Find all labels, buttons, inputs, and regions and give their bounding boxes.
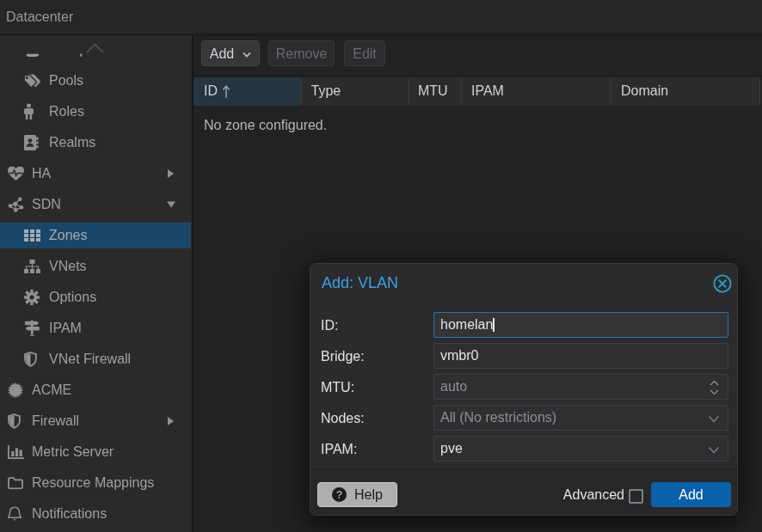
svg-text:?: ? [336, 489, 343, 501]
